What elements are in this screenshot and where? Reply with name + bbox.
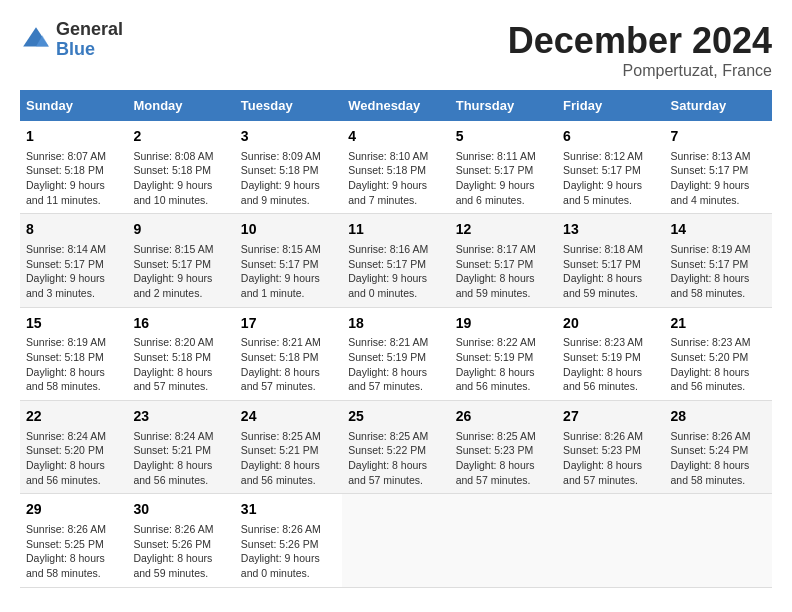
day-number: 18 [348, 314, 443, 334]
calendar-cell: 5Sunrise: 8:11 AM Sunset: 5:17 PM Daylig… [450, 121, 557, 214]
day-number: 26 [456, 407, 551, 427]
calendar-cell: 23Sunrise: 8:24 AM Sunset: 5:21 PM Dayli… [127, 401, 234, 494]
day-number: 23 [133, 407, 228, 427]
calendar-week-row: 15Sunrise: 8:19 AM Sunset: 5:18 PM Dayli… [20, 307, 772, 400]
day-info: Sunrise: 8:23 AM Sunset: 5:19 PM Dayligh… [563, 335, 658, 394]
calendar-cell: 11Sunrise: 8:16 AM Sunset: 5:17 PM Dayli… [342, 214, 449, 307]
day-number: 22 [26, 407, 121, 427]
calendar-cell: 27Sunrise: 8:26 AM Sunset: 5:23 PM Dayli… [557, 401, 664, 494]
weekday-header-thursday: Thursday [450, 90, 557, 121]
day-number: 17 [241, 314, 336, 334]
day-info: Sunrise: 8:25 AM Sunset: 5:22 PM Dayligh… [348, 429, 443, 488]
calendar-cell: 29Sunrise: 8:26 AM Sunset: 5:25 PM Dayli… [20, 494, 127, 587]
calendar-title: December 2024 [508, 20, 772, 62]
calendar-cell: 22Sunrise: 8:24 AM Sunset: 5:20 PM Dayli… [20, 401, 127, 494]
day-number: 27 [563, 407, 658, 427]
day-info: Sunrise: 8:25 AM Sunset: 5:21 PM Dayligh… [241, 429, 336, 488]
logo-line1: General [56, 20, 123, 40]
day-number: 20 [563, 314, 658, 334]
day-number: 24 [241, 407, 336, 427]
calendar-week-row: 29Sunrise: 8:26 AM Sunset: 5:25 PM Dayli… [20, 494, 772, 587]
calendar-cell: 7Sunrise: 8:13 AM Sunset: 5:17 PM Daylig… [665, 121, 772, 214]
day-number: 29 [26, 500, 121, 520]
day-info: Sunrise: 8:12 AM Sunset: 5:17 PM Dayligh… [563, 149, 658, 208]
calendar-cell [665, 494, 772, 587]
calendar-cell: 14Sunrise: 8:19 AM Sunset: 5:17 PM Dayli… [665, 214, 772, 307]
day-info: Sunrise: 8:26 AM Sunset: 5:26 PM Dayligh… [133, 522, 228, 581]
day-info: Sunrise: 8:26 AM Sunset: 5:26 PM Dayligh… [241, 522, 336, 581]
day-info: Sunrise: 8:17 AM Sunset: 5:17 PM Dayligh… [456, 242, 551, 301]
calendar-cell: 30Sunrise: 8:26 AM Sunset: 5:26 PM Dayli… [127, 494, 234, 587]
calendar-week-row: 22Sunrise: 8:24 AM Sunset: 5:20 PM Dayli… [20, 401, 772, 494]
day-info: Sunrise: 8:20 AM Sunset: 5:18 PM Dayligh… [133, 335, 228, 394]
day-number: 16 [133, 314, 228, 334]
day-info: Sunrise: 8:26 AM Sunset: 5:24 PM Dayligh… [671, 429, 766, 488]
day-number: 30 [133, 500, 228, 520]
calendar-table: SundayMondayTuesdayWednesdayThursdayFrid… [20, 90, 772, 588]
day-info: Sunrise: 8:08 AM Sunset: 5:18 PM Dayligh… [133, 149, 228, 208]
day-number: 8 [26, 220, 121, 240]
day-number: 5 [456, 127, 551, 147]
calendar-cell: 9Sunrise: 8:15 AM Sunset: 5:17 PM Daylig… [127, 214, 234, 307]
day-info: Sunrise: 8:22 AM Sunset: 5:19 PM Dayligh… [456, 335, 551, 394]
calendar-cell: 13Sunrise: 8:18 AM Sunset: 5:17 PM Dayli… [557, 214, 664, 307]
weekday-header-monday: Monday [127, 90, 234, 121]
calendar-cell: 15Sunrise: 8:19 AM Sunset: 5:18 PM Dayli… [20, 307, 127, 400]
day-info: Sunrise: 8:07 AM Sunset: 5:18 PM Dayligh… [26, 149, 121, 208]
logo-line2: Blue [56, 40, 123, 60]
calendar-cell: 17Sunrise: 8:21 AM Sunset: 5:18 PM Dayli… [235, 307, 342, 400]
calendar-cell: 31Sunrise: 8:26 AM Sunset: 5:26 PM Dayli… [235, 494, 342, 587]
calendar-cell: 19Sunrise: 8:22 AM Sunset: 5:19 PM Dayli… [450, 307, 557, 400]
day-number: 11 [348, 220, 443, 240]
calendar-cell [342, 494, 449, 587]
day-number: 10 [241, 220, 336, 240]
day-number: 14 [671, 220, 766, 240]
calendar-cell: 1Sunrise: 8:07 AM Sunset: 5:18 PM Daylig… [20, 121, 127, 214]
logo: General Blue [20, 20, 123, 60]
calendar-cell: 26Sunrise: 8:25 AM Sunset: 5:23 PM Dayli… [450, 401, 557, 494]
day-number: 6 [563, 127, 658, 147]
day-number: 15 [26, 314, 121, 334]
weekday-header-wednesday: Wednesday [342, 90, 449, 121]
weekday-header-friday: Friday [557, 90, 664, 121]
calendar-cell: 28Sunrise: 8:26 AM Sunset: 5:24 PM Dayli… [665, 401, 772, 494]
calendar-week-row: 8Sunrise: 8:14 AM Sunset: 5:17 PM Daylig… [20, 214, 772, 307]
logo-text: General Blue [56, 20, 123, 60]
calendar-week-row: 1Sunrise: 8:07 AM Sunset: 5:18 PM Daylig… [20, 121, 772, 214]
day-info: Sunrise: 8:24 AM Sunset: 5:21 PM Dayligh… [133, 429, 228, 488]
logo-icon [20, 24, 52, 56]
day-number: 9 [133, 220, 228, 240]
day-number: 1 [26, 127, 121, 147]
day-info: Sunrise: 8:10 AM Sunset: 5:18 PM Dayligh… [348, 149, 443, 208]
day-info: Sunrise: 8:21 AM Sunset: 5:19 PM Dayligh… [348, 335, 443, 394]
calendar-cell: 20Sunrise: 8:23 AM Sunset: 5:19 PM Dayli… [557, 307, 664, 400]
day-number: 28 [671, 407, 766, 427]
calendar-cell: 24Sunrise: 8:25 AM Sunset: 5:21 PM Dayli… [235, 401, 342, 494]
calendar-cell: 21Sunrise: 8:23 AM Sunset: 5:20 PM Dayli… [665, 307, 772, 400]
day-info: Sunrise: 8:24 AM Sunset: 5:20 PM Dayligh… [26, 429, 121, 488]
title-block: December 2024 Pompertuzat, France [508, 20, 772, 80]
calendar-cell: 25Sunrise: 8:25 AM Sunset: 5:22 PM Dayli… [342, 401, 449, 494]
day-info: Sunrise: 8:25 AM Sunset: 5:23 PM Dayligh… [456, 429, 551, 488]
calendar-subtitle: Pompertuzat, France [508, 62, 772, 80]
day-info: Sunrise: 8:19 AM Sunset: 5:17 PM Dayligh… [671, 242, 766, 301]
day-number: 21 [671, 314, 766, 334]
calendar-cell [450, 494, 557, 587]
day-number: 31 [241, 500, 336, 520]
day-number: 25 [348, 407, 443, 427]
calendar-cell: 12Sunrise: 8:17 AM Sunset: 5:17 PM Dayli… [450, 214, 557, 307]
day-info: Sunrise: 8:14 AM Sunset: 5:17 PM Dayligh… [26, 242, 121, 301]
calendar-cell: 3Sunrise: 8:09 AM Sunset: 5:18 PM Daylig… [235, 121, 342, 214]
calendar-cell: 16Sunrise: 8:20 AM Sunset: 5:18 PM Dayli… [127, 307, 234, 400]
day-info: Sunrise: 8:15 AM Sunset: 5:17 PM Dayligh… [133, 242, 228, 301]
calendar-cell: 4Sunrise: 8:10 AM Sunset: 5:18 PM Daylig… [342, 121, 449, 214]
weekday-header-sunday: Sunday [20, 90, 127, 121]
calendar-cell: 6Sunrise: 8:12 AM Sunset: 5:17 PM Daylig… [557, 121, 664, 214]
weekday-header-tuesday: Tuesday [235, 90, 342, 121]
day-info: Sunrise: 8:26 AM Sunset: 5:25 PM Dayligh… [26, 522, 121, 581]
day-info: Sunrise: 8:21 AM Sunset: 5:18 PM Dayligh… [241, 335, 336, 394]
day-number: 4 [348, 127, 443, 147]
weekday-header-saturday: Saturday [665, 90, 772, 121]
day-number: 12 [456, 220, 551, 240]
calendar-cell: 18Sunrise: 8:21 AM Sunset: 5:19 PM Dayli… [342, 307, 449, 400]
